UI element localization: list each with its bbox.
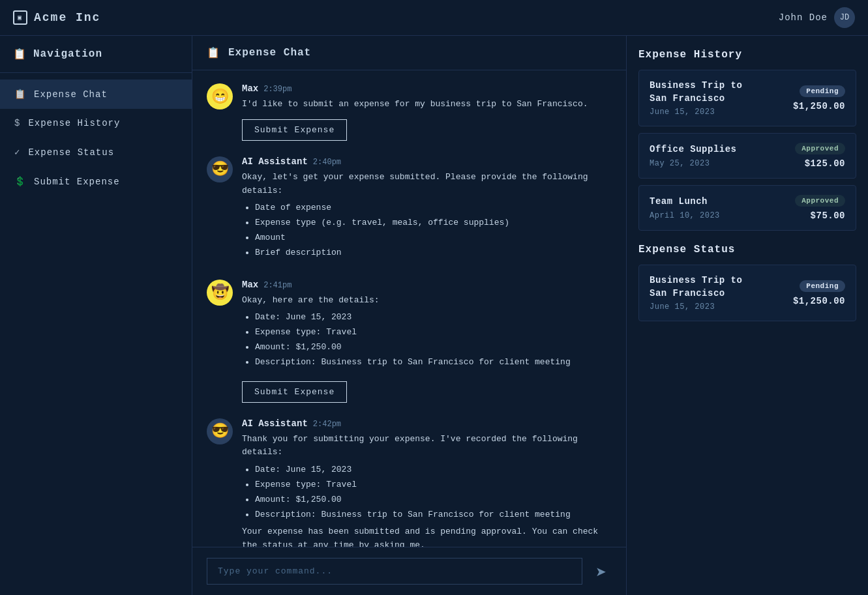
expense-card-2-left: Office Supplies May 25, 2023 [650, 143, 737, 168]
sidebar-nav-header: 📋 Navigation [0, 36, 192, 73]
expense-history-icon: $ [14, 118, 20, 128]
message-3-list: Date: June 15, 2023 Expense type: Travel… [255, 311, 612, 369]
status-badge: Approved [795, 143, 845, 154]
expense-date: May 25, 2023 [650, 159, 737, 168]
sidebar-item-expense-history[interactable]: $ Expense History [0, 109, 192, 138]
list-item: Description: Business trip to San Franci… [255, 356, 612, 370]
expense-amount: $75.00 [811, 210, 845, 221]
expense-card-2-right: Approved $125.00 [795, 143, 845, 169]
message-prefix: Thank you for submitting your expense. I… [242, 434, 578, 457]
message-3-body: Okay, here are the details: Date: June 1… [242, 294, 612, 403]
sender-name: AI Assistant [242, 156, 308, 167]
message-suffix: Your expense has been submitted and is p… [242, 525, 612, 547]
main-layout: 📋 Navigation 📋 Expense Chat $ Expense Hi… [0, 36, 868, 595]
message-2: 😎 AI Assistant 2:40pm Okay, let's get yo… [207, 156, 612, 264]
message-2-content: AI Assistant 2:40pm Okay, let's get your… [242, 156, 612, 264]
expense-card-2: Office Supplies May 25, 2023 Approved $1… [638, 133, 856, 179]
expense-card-1-right: Pending $1,250.00 [793, 85, 845, 111]
chat-messages: 😁 Max 2:39pm I'd like to submit an expen… [192, 70, 626, 547]
sidebar-item-label: Expense Status [28, 147, 114, 158]
message-2-body: Okay, let's get your expense submitted. … [242, 171, 612, 260]
expense-history-title: Expense History [638, 49, 856, 61]
sidebar-nav: 📋 Expense Chat $ Expense History ✓ Expen… [0, 73, 192, 203]
expense-amount: $125.00 [805, 158, 845, 169]
expense-card-3-left: Team Lunch April 10, 2023 [650, 196, 720, 220]
user-avatar: JD [834, 7, 855, 28]
expense-title: Business Trip toSan Francisco [650, 274, 742, 300]
expense-title: Team Lunch [650, 196, 720, 209]
avatar-max-1: 😁 [207, 83, 233, 109]
message-1-body: I'd like to submit an expense for my bus… [242, 98, 612, 141]
expense-status-card-1-right: Pending $1,250.00 [793, 280, 845, 306]
sidebar-item-expense-chat[interactable]: 📋 Expense Chat [0, 80, 192, 109]
expense-status-card-1-left: Business Trip toSan Francisco June 15, 2… [650, 274, 742, 312]
list-item: Expense type: Travel [255, 326, 612, 340]
list-item: Expense type: Travel [255, 478, 612, 492]
user-area: John Doe JD [779, 7, 855, 28]
message-4-content: AI Assistant 2:42pm Thank you for submit… [242, 418, 612, 547]
submit-expense-button-2[interactable]: Submit Expense [242, 381, 347, 403]
status-badge: Approved [795, 195, 845, 207]
expense-date: June 15, 2023 [650, 108, 742, 117]
message-4: 😎 AI Assistant 2:42pm Thank you for subm… [207, 418, 612, 547]
list-item: Date: June 15, 2023 [255, 463, 612, 477]
message-3: 🤠 Max 2:41pm Okay, here are the details:… [207, 280, 612, 403]
sender-time: 2:39pm [263, 85, 292, 94]
expense-chat-icon: 📋 [14, 89, 26, 100]
list-item: Expense type (e.g. travel, meals, office… [255, 216, 612, 230]
sender-time: 2:40pm [313, 158, 341, 167]
chat-input[interactable] [207, 558, 582, 585]
chat-header: 📋 Expense Chat [192, 36, 626, 70]
right-panel: Expense History Business Trip toSan Fran… [627, 36, 868, 595]
send-button[interactable]: ➤ [590, 559, 612, 585]
sidebar-item-label: Expense Chat [34, 89, 108, 100]
avatar-max-2: 🤠 [207, 280, 233, 306]
expense-date: April 10, 2023 [650, 211, 720, 220]
list-item: Amount: $1,250.00 [255, 493, 612, 507]
message-prefix: Okay, here are the details: [242, 295, 380, 305]
send-icon: ➤ [595, 564, 606, 579]
status-badge: Pending [800, 85, 845, 97]
brand-icon: ▣ [13, 10, 27, 25]
list-item: Date of expense [255, 201, 612, 215]
list-item: Brief description [255, 246, 612, 260]
sidebar: 📋 Navigation 📋 Expense Chat $ Expense Hi… [0, 36, 192, 595]
message-1: 😁 Max 2:39pm I'd like to submit an expen… [207, 83, 612, 141]
sender-name: Max [242, 83, 258, 94]
list-item: Description: Business trip to San Franci… [255, 508, 612, 522]
message-1-header: Max 2:39pm [242, 83, 612, 94]
sender-time: 2:41pm [263, 281, 292, 290]
list-item: Amount: $1,250.00 [255, 341, 612, 355]
message-4-list: Date: June 15, 2023 Expense type: Travel… [255, 463, 612, 521]
message-3-header: Max 2:41pm [242, 280, 612, 290]
sender-name: Max [242, 280, 258, 290]
message-4-body: Thank you for submitting your expense. I… [242, 433, 612, 547]
top-header: ▣ Acme Inc John Doe JD [0, 0, 868, 36]
sidebar-nav-label: Navigation [33, 48, 102, 60]
message-1-content: Max 2:39pm I'd like to submit an expense… [242, 83, 612, 141]
sidebar-item-expense-status[interactable]: ✓ Expense Status [0, 138, 192, 167]
expense-amount: $1,250.00 [793, 101, 845, 111]
expense-date: June 15, 2023 [650, 302, 742, 312]
expense-title: Business Trip toSan Francisco [650, 80, 742, 105]
expense-card-3: Team Lunch April 10, 2023 Approved $75.0… [638, 185, 856, 231]
message-4-header: AI Assistant 2:42pm [242, 418, 612, 429]
list-item: Amount [255, 231, 612, 245]
chat-header-icon: 📋 [207, 46, 220, 59]
sender-time: 2:42pm [313, 420, 341, 429]
sender-name: AI Assistant [242, 418, 308, 429]
submit-expense-button-1[interactable]: Submit Expense [242, 119, 347, 141]
expense-title: Office Supplies [650, 143, 737, 156]
expense-card-1-left: Business Trip toSan Francisco June 15, 2… [650, 80, 742, 117]
sidebar-item-submit-expense[interactable]: 💲 Submit Expense [0, 167, 192, 196]
user-name: John Doe [779, 12, 828, 23]
chat-header-title: Expense Chat [228, 47, 311, 59]
status-badge: Pending [800, 280, 845, 292]
avatar-ai-1: 😎 [207, 156, 233, 182]
avatar-ai-2: 😎 [207, 418, 233, 444]
message-text: I'd like to submit an expense for my bus… [242, 99, 588, 109]
sidebar-nav-icon: 📋 [13, 48, 27, 61]
expense-amount: $1,250.00 [793, 296, 845, 306]
list-item: Date: June 15, 2023 [255, 311, 612, 325]
message-prefix: Okay, let's get your expense submitted. … [242, 172, 588, 196]
